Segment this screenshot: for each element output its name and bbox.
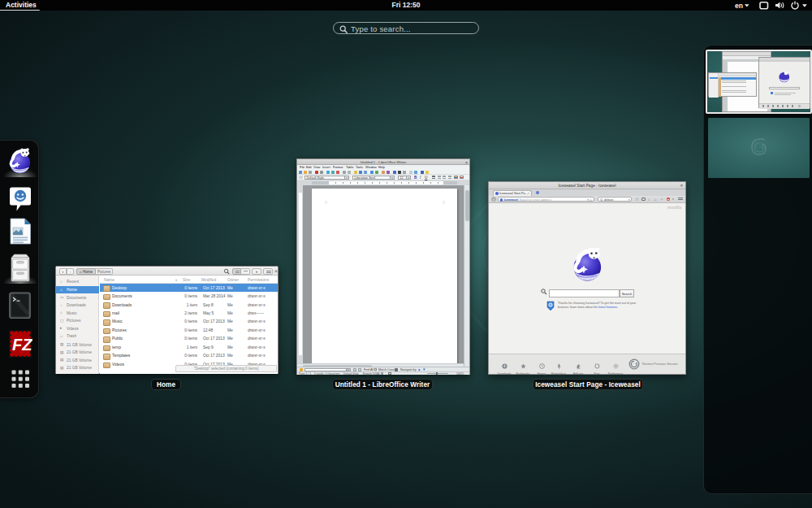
svg-text:FZ: FZ	[12, 336, 32, 354]
svg-text:en: en	[735, 2, 743, 10]
